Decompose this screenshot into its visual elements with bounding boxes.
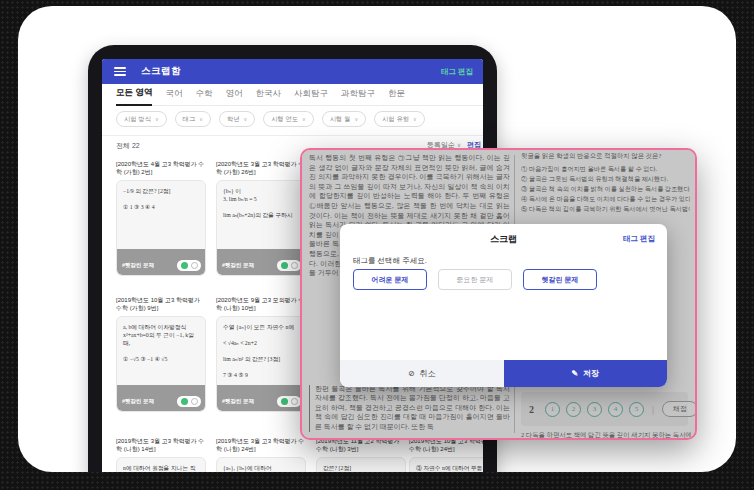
modal-footer: ⊘ 취소 ✎ 저장 xyxy=(340,360,667,387)
save-button[interactable]: ✎ 저장 xyxy=(504,360,668,387)
filter-chip-3[interactable]: 시행 연도∨ xyxy=(263,111,314,127)
modal-tag-chip-1[interactable]: 중요한 문제 xyxy=(438,269,512,290)
scrap-card-7[interactable]: [2019학년도 10월 고3 학력평가 수학 (나형) 24번]③ 자연수 n… xyxy=(409,437,483,472)
chevron-down-icon: ∨ xyxy=(243,116,247,122)
card-title: [2020학년도 9월 고3 모의평가 수학 (나형) 10번] xyxy=(216,296,306,312)
tab-7[interactable]: 한문 xyxy=(388,88,405,105)
settings-icon[interactable] xyxy=(291,262,298,269)
scrap-card-0[interactable]: [2020학년도 4월 고3 학력평가 수학 (가형) 2번]−1/9 의 값은… xyxy=(116,160,206,276)
card-problem-text: 값은? [2점] xyxy=(317,458,405,472)
card-problem-text: {bₙ} 이3. lim bₙ/n = 5 lim aₙ(bₙ+2n)의 값을 … xyxy=(217,181,305,219)
modal-tag-chip-2[interactable]: 헷갈린 문제 xyxy=(523,269,597,290)
answer-visible-icon[interactable] xyxy=(181,398,188,405)
card-problem-text: a, b에 대하여 이차방정식x²+ax+b=0의 두 근이 −1, k일 때,… xyxy=(117,317,205,363)
scrap-card-1[interactable]: [2020학년도 3월 고3 학력평가 수학 (가형) 26번]{bₙ} 이3.… xyxy=(216,160,306,276)
scrap-card-3[interactable]: [2020학년도 9월 고3 모의평가 수학 (나형) 10번]수열 {aₙ}이… xyxy=(216,296,306,412)
card-footer: #헷갈린 문제 xyxy=(117,385,205,411)
card-footer: #헷갈린 문제 xyxy=(117,249,205,275)
settings-icon[interactable] xyxy=(191,262,198,269)
scrap-modal: 스크랩 태그 편집 태그를 선택해 주세요. 어려운 문제중요한 문제헷갈린 문… xyxy=(340,224,667,387)
card-title: [2019학년도 3월 고3 학력평가 수학 (나형) 24번] xyxy=(216,437,306,453)
card-tag-label: #헷갈린 문제 xyxy=(222,398,254,404)
card-problem-text: n에 대하여 원점을 지나는 직선 xyxy=(117,458,205,472)
card-action-pill[interactable] xyxy=(277,396,301,407)
filter-chip-5[interactable]: 시험 유형∨ xyxy=(374,111,425,127)
card-preview: 값은? [2점]#헷갈린 문제 xyxy=(316,457,406,472)
tab-6[interactable]: 과학탐구 xyxy=(341,88,375,105)
header-tag-edit-link[interactable]: 태그 편집 xyxy=(441,67,473,77)
scrap-card-2[interactable]: [2019학년도 10월 고3 학력평가 수학 (가형) 9번]a, b에 대하… xyxy=(116,296,206,412)
scrap-card-4[interactable]: [2019학년도 3월 고3 학력평가 수학 (나형) 14번]n에 대하여 원… xyxy=(116,437,206,472)
card-action-pill[interactable] xyxy=(177,396,201,407)
filter-chip-0[interactable]: 시험 방식∨ xyxy=(116,111,167,127)
chevron-down-icon: ∨ xyxy=(302,116,306,122)
modal-tag-edit-link[interactable]: 태그 편집 xyxy=(623,234,655,244)
tag-chip-group: 어려운 문제중요한 문제헷갈린 문제 xyxy=(353,269,597,290)
card-title: [2019학년도 3월 고3 학력평가 수학 (나형) 14번] xyxy=(116,437,206,453)
card-preview: −1/9 의 값은? [2점] ① 1 ③ 3 ④ 4#헷갈린 문제 xyxy=(116,180,206,276)
card-problem-text: ③ 자연수 n에 대하여 부등식 xyxy=(410,458,483,472)
app-header: 스크랩함 태그 편집 xyxy=(102,59,483,84)
cancel-icon: ⊘ xyxy=(408,369,415,378)
tab-0[interactable]: 모든 영역 xyxy=(116,87,152,106)
card-tag-label: #헷갈린 문제 xyxy=(222,262,254,268)
answer-visible-icon[interactable] xyxy=(281,262,288,269)
pen-icon: ✎ xyxy=(571,369,578,378)
exam-overlay-panel: 독서 행동의 첫 번째 유형은 ㉠그냥 책만 읽는 행동이다. 이는 깊은 생각… xyxy=(300,148,697,440)
filter-chip-row: 시험 방식∨태그∨학년∨시행 연도∨시행 월∨시험 유형∨ xyxy=(116,111,425,128)
card-footer: #헷갈린 문제 xyxy=(217,249,305,275)
card-title: [2020학년도 4월 고3 학력평가 수학 (가형) 2번] xyxy=(116,160,206,176)
card-footer: #헷갈린 문제 xyxy=(217,385,305,411)
card-preview: a, b에 대하여 이차방정식x²+ax+b=0의 두 근이 −1, k일 때,… xyxy=(116,316,206,412)
filter-chip-1[interactable]: 태그∨ xyxy=(175,111,211,127)
modal-tag-chip-0[interactable]: 어려운 문제 xyxy=(353,269,427,290)
tab-1[interactable]: 국어 xyxy=(165,88,182,105)
card-problem-text: −1/9 의 값은? [2점] ① 1 ③ 3 ④ 4 xyxy=(117,181,205,211)
tag-select-prompt: 태그를 선택해 주세요. xyxy=(353,256,427,266)
card-preview: ③ 자연수 n에 대하여 부등식#헷갈린 문제 xyxy=(409,457,483,472)
page-background: 스크랩함 태그 편집 모든 영역국어수학영어한국사사회탐구과학탐구한문 시험 방… xyxy=(0,0,754,490)
card-preview: {aₙ}, {bₙ}에 대하여#헷갈린 문제 xyxy=(216,457,306,472)
total-count-label: 전체 22 xyxy=(116,141,140,151)
card-problem-text: {aₙ}, {bₙ}에 대하여 xyxy=(217,458,305,472)
scrap-card-5[interactable]: [2019학년도 3월 고3 학력평가 수학 (나형) 24번]{aₙ}, {b… xyxy=(216,437,306,472)
answer-visible-icon[interactable] xyxy=(281,398,288,405)
subject-tabs: 모든 영역국어수학영어한국사사회탐구과학탐구한문 xyxy=(116,84,483,106)
card-action-pill[interactable] xyxy=(277,260,301,271)
card-title: [2020학년도 3월 고3 학력평가 수학 (가형) 26번] xyxy=(216,160,306,176)
tab-4[interactable]: 한국사 xyxy=(255,88,281,105)
card-action-pill[interactable] xyxy=(177,260,201,271)
chevron-down-icon: ∨ xyxy=(155,116,159,122)
chevron-down-icon: ∨ xyxy=(354,116,358,122)
card-preview: 수열 {aₙ}이 모든 자연수 n에 < √4aₙ < 2n+2 lim aₙ/… xyxy=(216,316,306,412)
divider xyxy=(102,135,483,136)
answer-visible-icon[interactable] xyxy=(181,262,188,269)
card-preview: {bₙ} 이3. lim bₙ/n = 5 lim aₙ(bₙ+2n)의 값을 … xyxy=(216,180,306,276)
filter-chip-4[interactable]: 시행 월∨ xyxy=(322,111,366,127)
card-preview: n에 대하여 원점을 지나는 직선#헷갈린 문제 xyxy=(116,457,206,472)
settings-icon[interactable] xyxy=(291,398,298,405)
tab-3[interactable]: 영어 xyxy=(225,88,242,105)
filter-chip-2[interactable]: 학년∨ xyxy=(219,111,255,127)
mockup-card: 스크랩함 태그 편집 모든 영역국어수학영어한국사사회탐구과학탐구한문 시험 방… xyxy=(18,6,736,472)
page-title: 스크랩함 xyxy=(141,65,181,78)
card-tag-label: #헷갈린 문제 xyxy=(122,398,154,404)
hamburger-icon[interactable] xyxy=(114,67,126,76)
card-title: [2019학년도 10월 고3 학력평가 수학 (가형) 9번] xyxy=(116,296,206,312)
settings-icon[interactable] xyxy=(191,398,198,405)
chevron-down-icon: ∨ xyxy=(413,116,417,122)
tab-5[interactable]: 사회탐구 xyxy=(294,88,328,105)
chevron-down-icon: ∨ xyxy=(199,116,203,122)
card-problem-text: 수열 {aₙ}이 모든 자연수 n에 < √4aₙ < 2n+2 lim aₙ/… xyxy=(217,317,305,379)
card-tag-label: #헷갈린 문제 xyxy=(122,262,154,268)
tab-2[interactable]: 수학 xyxy=(195,88,212,105)
scrap-card-6[interactable]: [2019학년도 11월 고2 학력평가 수학 (나형) 3번]값은? [2점]… xyxy=(316,437,406,472)
modal-title: 스크랩 xyxy=(340,233,667,246)
cancel-button[interactable]: ⊘ 취소 xyxy=(340,360,504,387)
